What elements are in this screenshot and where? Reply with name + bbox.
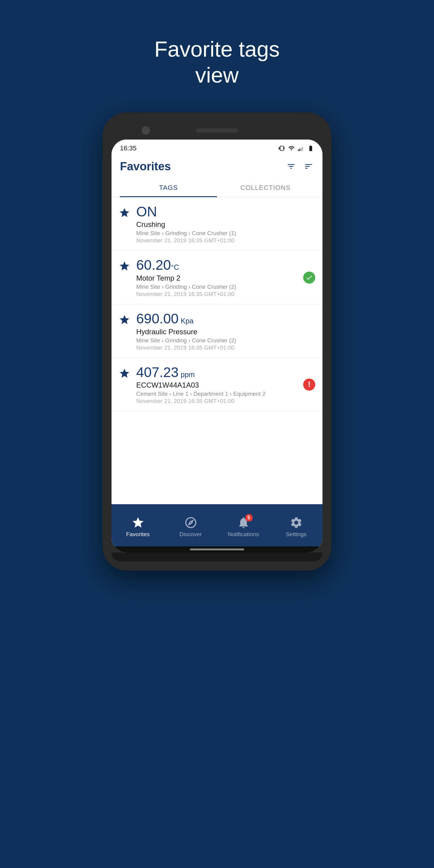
- favorites-nav-icon: [131, 516, 145, 529]
- tag-path: Mine Site › Grinding › Cone Crusher (2): [136, 284, 315, 290]
- sort-button[interactable]: [303, 161, 314, 172]
- tag-value: ON: [136, 204, 315, 219]
- nav-settings[interactable]: Settings: [270, 513, 322, 538]
- tabs: TAGS COLLECTIONS: [120, 179, 314, 197]
- check-icon: [306, 274, 313, 281]
- tag-value: 407.23 ppm: [136, 365, 315, 380]
- svg-rect-0: [298, 149, 299, 151]
- star-icon: [119, 260, 130, 272]
- svg-rect-1: [300, 149, 301, 151]
- svg-rect-3: [302, 147, 303, 151]
- home-indicator: [112, 547, 322, 553]
- battery-icon: [307, 145, 314, 152]
- notifications-nav-label: Notifications: [228, 531, 259, 538]
- tag-path: Mine Site › Grinding › Cone Crusher (2): [136, 337, 315, 344]
- app-header: Favorites TAGS COLLECTIONS: [112, 155, 322, 197]
- star-icon: [119, 207, 130, 218]
- tag-value: 60.20°C: [136, 257, 315, 273]
- phone-screen: 16:35 Favorites: [112, 140, 322, 553]
- status-bar: 16:35: [112, 140, 322, 155]
- tag-timestamp: November 21, 2019 16:35 GMT+01:00: [136, 237, 315, 244]
- star-icon: [119, 314, 130, 326]
- svg-rect-2: [301, 148, 302, 151]
- filter-button[interactable]: [286, 161, 297, 172]
- tag-item[interactable]: 407.23 ppm ECCW1W44A1A03 Cement Site › L…: [112, 358, 322, 412]
- error-badge: !: [303, 378, 315, 391]
- nav-favorites[interactable]: Favorites: [112, 513, 164, 538]
- tag-item[interactable]: 60.20°C Motor Temp 2 Mine Site › Grindin…: [112, 251, 322, 304]
- header-title: Favorites: [120, 160, 171, 173]
- nav-discover[interactable]: Discover: [164, 513, 217, 538]
- tag-value: 690.00 Kpa: [136, 311, 315, 327]
- time-display: 16:35: [120, 144, 136, 152]
- bottom-nav: Favorites Discover 5 Notifications: [112, 504, 322, 547]
- notifications-nav-icon: 5: [237, 516, 250, 529]
- tag-timestamp: November 21, 2019 16:35 GMT+01:00: [136, 344, 315, 351]
- speaker: [196, 128, 238, 133]
- tag-path: Cement Site › Line 1 › Department 1 › Eq…: [136, 391, 315, 397]
- star-icon: [119, 368, 130, 379]
- wifi-icon: [288, 145, 295, 152]
- tag-name: Hydraulic Pressure: [136, 328, 315, 336]
- filter-icon: [287, 162, 296, 171]
- settings-nav-label: Settings: [286, 531, 307, 538]
- tag-name: Motor Temp 2: [136, 274, 315, 282]
- signal-icon: [298, 145, 304, 152]
- tag-timestamp: November 21, 2019 16:35 GMT+01:00: [136, 398, 315, 404]
- phone-frame: 16:35 Favorites: [102, 113, 332, 570]
- discover-nav-icon: [184, 516, 197, 529]
- tag-item[interactable]: 690.00 Kpa Hydraulic Pressure Mine Site …: [112, 304, 322, 358]
- notification-badge: 5: [245, 514, 253, 521]
- tag-timestamp: November 21, 2019 16:35 GMT+01:00: [136, 291, 315, 298]
- vibrate-icon: [278, 145, 285, 152]
- nav-notifications[interactable]: 5 Notifications: [217, 513, 270, 538]
- phone-bottom-bar: [112, 553, 322, 561]
- tab-collections[interactable]: COLLECTIONS: [217, 179, 314, 197]
- tag-item[interactable]: ON Crushing Mine Site › Grinding › Cone …: [112, 197, 322, 251]
- favorites-nav-label: Favorites: [126, 531, 150, 538]
- tab-tags[interactable]: TAGS: [120, 179, 217, 197]
- tag-list: ON Crushing Mine Site › Grinding › Cone …: [112, 197, 322, 504]
- status-indicator: !: [303, 378, 315, 391]
- tag-path: Mine Site › Grinding › Cone Crusher (1): [136, 230, 315, 237]
- discover-nav-label: Discover: [180, 531, 202, 538]
- settings-nav-icon: [290, 516, 303, 529]
- status-indicator: [303, 272, 315, 284]
- tag-name: ECCW1W44A1A03: [136, 381, 315, 390]
- status-icons: [278, 145, 314, 152]
- camera: [142, 126, 150, 135]
- tag-name: Crushing: [136, 220, 315, 229]
- sort-icon: [304, 162, 313, 171]
- page-title: Favorite tags view: [154, 36, 280, 88]
